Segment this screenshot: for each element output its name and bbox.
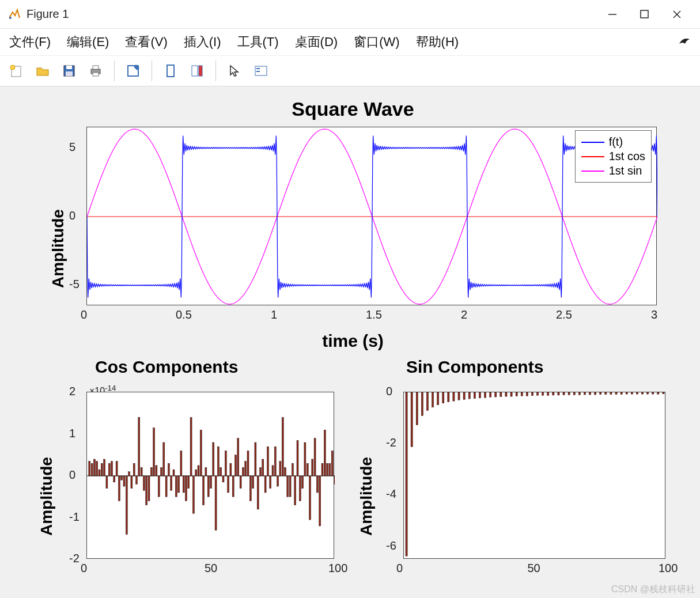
svg-rect-163 bbox=[620, 392, 622, 395]
svg-rect-45 bbox=[146, 476, 147, 505]
svg-rect-110 bbox=[307, 463, 308, 476]
svg-rect-137 bbox=[484, 392, 486, 398]
svg-rect-104 bbox=[292, 463, 293, 476]
svg-rect-70 bbox=[207, 476, 209, 497]
svg-rect-2 bbox=[641, 10, 648, 18]
svg-rect-16 bbox=[199, 66, 202, 76]
svg-rect-168 bbox=[647, 392, 649, 394]
plot-square-wave[interactable]: Square Wave Amplitude f(t) 1st cos 1st s… bbox=[43, 98, 663, 340]
separator bbox=[215, 60, 216, 81]
menu-window[interactable]: 窗口(W) bbox=[354, 33, 399, 51]
legend[interactable]: f(t) 1st cos 1st sin bbox=[575, 130, 652, 183]
menu-desktop[interactable]: 桌面(D) bbox=[295, 33, 338, 51]
menu-insert[interactable]: 插入(I) bbox=[184, 33, 221, 51]
svg-point-6 bbox=[10, 65, 15, 70]
svg-rect-71 bbox=[210, 476, 211, 489]
axes[interactable]: f(t) 1st cos 1st sin bbox=[86, 127, 657, 305]
svg-rect-22 bbox=[89, 461, 90, 476]
separator bbox=[152, 60, 152, 81]
new-figure-icon[interactable] bbox=[6, 60, 27, 81]
menu-help[interactable]: 帮助(H) bbox=[416, 33, 459, 51]
svg-rect-42 bbox=[138, 418, 140, 476]
link-axes-icon[interactable] bbox=[160, 60, 181, 81]
svg-rect-143 bbox=[516, 392, 517, 396]
legend-label: f(t) bbox=[609, 135, 623, 149]
svg-rect-112 bbox=[312, 459, 313, 476]
svg-rect-23 bbox=[91, 463, 93, 476]
svg-rect-120 bbox=[331, 451, 333, 476]
insert-colorbar-icon[interactable] bbox=[187, 60, 207, 81]
svg-rect-161 bbox=[610, 392, 612, 395]
svg-rect-170 bbox=[657, 392, 659, 394]
svg-rect-105 bbox=[294, 476, 296, 505]
pointer-icon[interactable] bbox=[224, 60, 245, 81]
svg-rect-63 bbox=[190, 418, 192, 476]
svg-rect-35 bbox=[121, 476, 123, 480]
svg-rect-73 bbox=[215, 476, 217, 530]
xlabel: time (s) bbox=[43, 331, 663, 351]
svg-rect-46 bbox=[148, 476, 150, 501]
svg-rect-106 bbox=[297, 440, 298, 476]
svg-rect-95 bbox=[270, 476, 271, 489]
svg-rect-144 bbox=[521, 392, 523, 396]
svg-rect-129 bbox=[442, 392, 444, 403]
svg-rect-25 bbox=[96, 461, 98, 476]
print-icon[interactable] bbox=[85, 60, 106, 81]
plot-cos-components[interactable]: Cos Components Amplitude ×10-14 050100 -… bbox=[32, 357, 346, 585]
menu-view[interactable]: 查看(V) bbox=[125, 33, 167, 51]
svg-rect-8 bbox=[66, 66, 72, 69]
svg-rect-135 bbox=[474, 392, 475, 399]
axes[interactable] bbox=[403, 392, 665, 559]
dock-icon[interactable] bbox=[678, 35, 691, 50]
svg-rect-164 bbox=[626, 392, 627, 394]
svg-rect-93 bbox=[264, 476, 266, 493]
svg-rect-160 bbox=[605, 392, 607, 395]
insert-legend-icon[interactable] bbox=[251, 60, 271, 81]
svg-rect-157 bbox=[589, 392, 591, 395]
svg-rect-98 bbox=[277, 476, 279, 486]
svg-rect-162 bbox=[615, 392, 617, 395]
menu-tools[interactable]: 工具(T) bbox=[237, 33, 279, 51]
svg-rect-141 bbox=[505, 392, 507, 396]
axes[interactable] bbox=[86, 392, 334, 559]
maximize-button[interactable] bbox=[629, 3, 661, 26]
svg-rect-169 bbox=[652, 392, 654, 394]
svg-rect-66 bbox=[198, 465, 199, 476]
svg-rect-159 bbox=[600, 392, 601, 395]
chart-title: Square Wave bbox=[43, 98, 663, 120]
svg-rect-111 bbox=[309, 476, 311, 520]
plot-sin-components[interactable]: Sin Components Amplitude 050100 -6-4-20 bbox=[354, 357, 677, 585]
svg-rect-83 bbox=[240, 476, 241, 489]
svg-rect-56 bbox=[173, 470, 175, 476]
menubar: 文件(F) 编辑(E) 查看(V) 插入(I) 工具(T) 桌面(D) 窗口(W… bbox=[0, 29, 700, 55]
edit-plot-icon[interactable] bbox=[123, 60, 143, 81]
ylabel: Amplitude bbox=[37, 457, 56, 536]
chart-title: Cos Components bbox=[32, 357, 346, 377]
separator bbox=[114, 60, 115, 81]
minimize-button[interactable] bbox=[596, 3, 629, 26]
svg-rect-158 bbox=[595, 392, 596, 395]
svg-rect-152 bbox=[563, 392, 565, 395]
save-icon[interactable] bbox=[59, 60, 80, 81]
svg-rect-18 bbox=[256, 68, 260, 69]
svg-rect-115 bbox=[319, 476, 321, 526]
svg-rect-103 bbox=[289, 476, 291, 497]
menu-file[interactable]: 文件(F) bbox=[9, 33, 51, 51]
svg-rect-43 bbox=[141, 468, 142, 476]
legend-label: 1st cos bbox=[609, 150, 645, 163]
svg-rect-133 bbox=[463, 392, 465, 399]
svg-rect-37 bbox=[126, 476, 127, 535]
svg-rect-72 bbox=[213, 442, 214, 476]
close-button[interactable] bbox=[661, 3, 693, 26]
menu-edit[interactable]: 编辑(E) bbox=[67, 33, 109, 51]
svg-rect-167 bbox=[641, 392, 643, 394]
svg-rect-34 bbox=[118, 476, 120, 501]
ylabel: Amplitude bbox=[49, 209, 67, 288]
svg-rect-61 bbox=[185, 476, 187, 501]
toolbar bbox=[0, 55, 700, 86]
svg-point-0 bbox=[9, 17, 12, 19]
svg-rect-155 bbox=[578, 392, 580, 395]
open-icon[interactable] bbox=[32, 60, 53, 81]
svg-rect-76 bbox=[222, 476, 224, 482]
svg-rect-156 bbox=[584, 392, 585, 395]
